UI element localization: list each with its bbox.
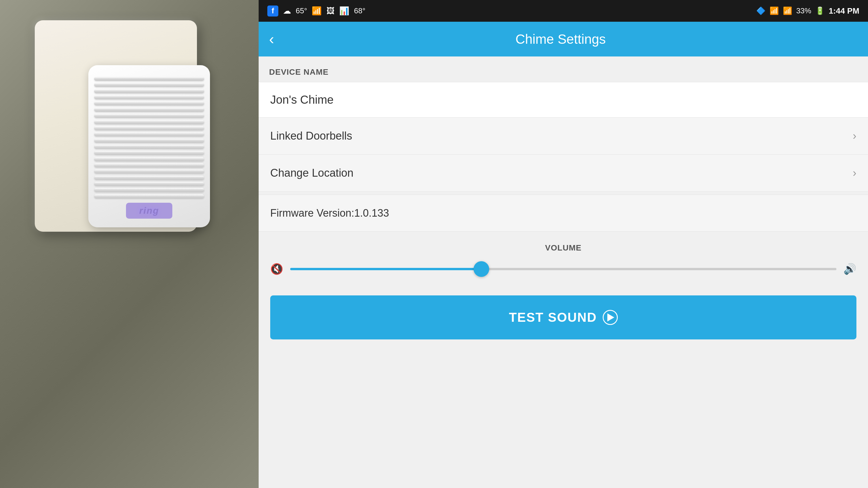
wall-plate: ring [35, 20, 197, 232]
photo-panel: ring [0, 0, 259, 488]
back-button[interactable]: ‹ [269, 32, 274, 47]
firmware-item: Firmware Version:1.0.133 [259, 194, 868, 232]
change-location-item[interactable]: Change Location › [259, 155, 868, 192]
ring-logo-text: ring [126, 203, 172, 219]
chime-device: ring [88, 65, 210, 227]
device-name-value[interactable]: Jon's Chime [259, 82, 868, 118]
wifi-signal-icon: 📶 [770, 6, 779, 16]
play-icon [603, 310, 618, 325]
status-left: f ☁ 65° 📶 🖼 📊 68° [267, 5, 366, 17]
battery-icon: 🔋 [815, 6, 825, 16]
firmware-version-text: Firmware Version:1.0.133 [270, 207, 389, 219]
temperature-display: 65° [296, 6, 307, 16]
page-title: Chime Settings [281, 31, 840, 47]
app-panel: f ☁ 65° 📶 🖼 📊 68° 🔷 📶 📶 33% 🔋 1:44 PM ‹ … [259, 0, 868, 488]
clock-display: 1:44 PM [829, 6, 859, 16]
settings-content: DEVICE NAME Jon's Chime Linked Doorbells… [259, 57, 868, 488]
app-header: ‹ Chime Settings [259, 22, 868, 57]
linked-doorbells-label: Linked Doorbells [270, 130, 352, 142]
weather-icon: ☁ [283, 6, 291, 16]
test-sound-label: TEST SOUND [509, 310, 597, 325]
device-name-section-label: DEVICE NAME [259, 57, 868, 82]
chevron-right-icon: › [852, 130, 857, 142]
change-location-label: Change Location [270, 167, 353, 179]
volume-control: 🔇 🔊 [270, 263, 857, 275]
volume-slider-fill [290, 268, 482, 270]
bluetooth-icon: 🔷 [756, 6, 766, 16]
weather-temp: 68° [354, 6, 365, 16]
volume-slider-thumb[interactable] [473, 261, 489, 277]
volume-section-label: VOLUME [270, 243, 857, 252]
status-right: 🔷 📶 📶 33% 🔋 1:44 PM [756, 6, 859, 16]
linked-doorbells-item[interactable]: Linked Doorbells › [259, 118, 868, 155]
chime-ribs [94, 77, 204, 199]
volume-section: VOLUME 🔇 🔊 [259, 232, 868, 284]
test-sound-button[interactable]: TEST SOUND [270, 296, 857, 339]
test-sound-wrapper: TEST SOUND [259, 284, 868, 357]
photo-icon: 🖼 [327, 6, 335, 16]
wifi-icon: 📶 [312, 6, 322, 16]
signal-bars-icon: 📶 [783, 6, 792, 16]
battery-percent: 33% [796, 6, 811, 16]
chevron-right-icon-2: › [852, 167, 857, 179]
volume-slider-track[interactable] [290, 268, 836, 270]
chart-icon: 📊 [339, 6, 349, 16]
volume-low-icon: 🔇 [270, 263, 283, 275]
volume-high-icon: 🔊 [843, 263, 857, 275]
facebook-icon: f [267, 5, 278, 17]
status-bar: f ☁ 65° 📶 🖼 📊 68° 🔷 📶 📶 33% 🔋 1:44 PM [259, 0, 868, 22]
